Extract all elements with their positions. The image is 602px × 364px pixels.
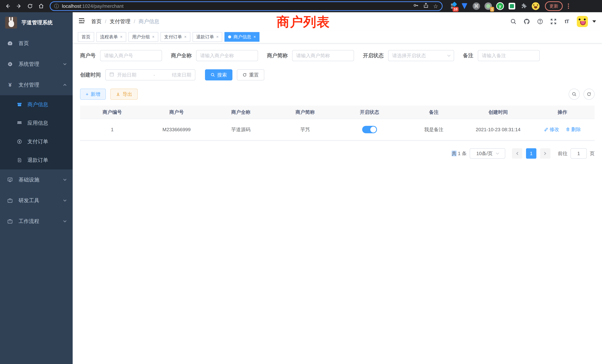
- tab-process-form[interactable]: 流程表单×: [96, 32, 126, 42]
- document-icon: [16, 158, 23, 163]
- chrome-update-button[interactable]: 更新: [545, 1, 563, 11]
- monitor-icon: [7, 177, 13, 182]
- sidebar-item-infrastructure[interactable]: 基础设施: [0, 169, 73, 190]
- create-time-label: 创建时间: [80, 71, 101, 78]
- page-annotation-title: 商户列表: [277, 13, 330, 31]
- sidebar-item-label: 支付管理: [19, 81, 64, 88]
- add-button[interactable]: +新增: [80, 89, 106, 100]
- sidebar-item-label: 系统管理: [19, 61, 64, 68]
- cell-full-name: 芋道源码: [209, 126, 273, 133]
- short-name-input[interactable]: 请输入商户简称: [292, 50, 354, 61]
- extensions-puzzle-icon[interactable]: [520, 2, 528, 10]
- avatar-caret-icon[interactable]: [592, 20, 596, 23]
- url-bar[interactable]: ⓘ localhost:1024/pay/merchant ☆: [50, 1, 443, 11]
- forward-icon[interactable]: [14, 1, 24, 11]
- store-icon: [16, 102, 23, 107]
- col-header: 备注: [402, 109, 466, 116]
- page-number-active[interactable]: 1: [526, 148, 536, 159]
- breadcrumb: 首页 / 支付管理 / 商户信息: [91, 18, 159, 25]
- close-icon[interactable]: ×: [120, 34, 122, 39]
- sidebar-item-dev-tools[interactable]: 研发工具: [0, 190, 73, 211]
- reload-icon[interactable]: [25, 1, 35, 11]
- sidebar-item-pay-order[interactable]: 支付订单: [0, 132, 73, 151]
- sidebar-item-system[interactable]: 系统管理: [0, 54, 73, 75]
- app-logo-row[interactable]: 芋道管理系统: [0, 12, 73, 33]
- sidebar-item-merchant-info[interactable]: 商户信息: [0, 95, 73, 114]
- sidebar-item-label: 研发工具: [19, 197, 64, 204]
- emoji-extension-icon[interactable]: [532, 2, 540, 10]
- help-icon[interactable]: [535, 17, 545, 26]
- breadcrumb-current: 商户信息: [139, 18, 159, 25]
- tab-user-group[interactable]: 用户分组×: [129, 32, 158, 42]
- site-info-icon[interactable]: ⓘ: [54, 3, 59, 10]
- sidebar-item-home[interactable]: 首页: [0, 33, 73, 54]
- edit-button[interactable]: 修改: [544, 126, 559, 133]
- sidebar-item-payment[interactable]: ¥ 支付管理: [0, 75, 73, 95]
- bookmark-star-icon[interactable]: ☆: [433, 3, 438, 10]
- github-icon[interactable]: [522, 17, 532, 26]
- goto-label: 前往: [558, 150, 568, 157]
- collapse-sidebar-icon[interactable]: [79, 17, 85, 26]
- header-search-icon[interactable]: [509, 17, 518, 26]
- sidebar-item-refund-order[interactable]: 退款订单: [0, 151, 73, 169]
- chat-extension-icon[interactable]: [508, 2, 516, 10]
- command-extension-icon[interactable]: ⌘: [472, 2, 480, 10]
- pagination: 共 1 条 10条/页 1 前往 1 页: [80, 148, 595, 159]
- prev-page-button[interactable]: [512, 148, 522, 159]
- y-extension-icon[interactable]: y: [496, 2, 504, 10]
- merchant-no-input[interactable]: 请输入商户号: [100, 50, 162, 61]
- page-size-select[interactable]: 10条/页: [470, 148, 505, 159]
- sidebar-item-label: 工作流程: [19, 218, 64, 225]
- font-size-icon[interactable]: tT: [562, 17, 572, 26]
- url-text: localhost:1024/pay/merchant: [62, 3, 410, 9]
- date-range-input[interactable]: 开始日期 - 结束日期: [105, 69, 195, 80]
- tab-merchant-info[interactable]: 商户信息×: [225, 32, 259, 42]
- meet-extension-icon[interactable]: 1: [484, 2, 492, 10]
- breadcrumb-home[interactable]: 首页: [91, 18, 102, 25]
- close-icon[interactable]: ×: [152, 34, 155, 39]
- tab-refund-order[interactable]: 退款订单×: [193, 32, 222, 42]
- fullscreen-icon[interactable]: [549, 17, 558, 26]
- goto-page-input[interactable]: 1: [570, 148, 587, 159]
- remark-label: 备注: [463, 52, 473, 59]
- remark-input[interactable]: 请输入备注: [478, 50, 540, 61]
- back-icon[interactable]: [3, 1, 13, 11]
- cell-id: 1: [80, 127, 144, 132]
- close-icon[interactable]: ×: [184, 34, 187, 39]
- sidebar-item-workflow[interactable]: 工作流程: [0, 211, 73, 232]
- home-icon[interactable]: [36, 1, 46, 11]
- close-icon[interactable]: ×: [216, 34, 219, 39]
- reset-button[interactable]: 重置: [237, 69, 264, 80]
- breadcrumb-payment[interactable]: 支付管理: [110, 18, 130, 25]
- user-avatar[interactable]: [577, 16, 588, 27]
- password-key-icon[interactable]: [413, 3, 419, 10]
- search-button[interactable]: 搜索: [205, 69, 232, 80]
- gear-icon: [7, 61, 13, 67]
- chevron-down-icon: [447, 54, 451, 57]
- merchant-no-label: 商户号: [80, 52, 96, 59]
- col-header: 商户号: [144, 109, 209, 116]
- full-name-input[interactable]: 请输入商户全称: [196, 50, 258, 61]
- total-count: 共 1 条: [452, 150, 467, 157]
- tab-pay-order[interactable]: 支付订单×: [161, 32, 190, 42]
- share-icon[interactable]: [423, 3, 429, 10]
- sidebar-item-app-info[interactable]: 应用信息: [0, 114, 73, 132]
- app-logo: [5, 17, 17, 29]
- status-toggle[interactable]: [362, 126, 377, 133]
- gem-extension-icon[interactable]: [460, 2, 469, 10]
- browser-menu-icon[interactable]: [568, 3, 569, 9]
- page-content: 商户号 请输入商户号 商户全称 请输入商户全称 商户简称 请输入商户简称 开启状…: [73, 43, 602, 364]
- chevron-down-icon: [63, 199, 66, 202]
- tab-home[interactable]: 首页: [78, 32, 94, 42]
- delete-button[interactable]: 删除: [566, 126, 581, 133]
- show-search-toggle-button[interactable]: [569, 89, 580, 100]
- next-page-button[interactable]: [540, 148, 550, 159]
- collections-extension-icon[interactable]: 10: [449, 2, 457, 10]
- briefcase-icon: [7, 198, 13, 203]
- export-button[interactable]: 导出: [110, 89, 138, 100]
- refresh-button[interactable]: [583, 89, 595, 100]
- close-icon[interactable]: ×: [253, 34, 256, 39]
- cell-remark: 我是备注: [402, 126, 466, 133]
- status-select[interactable]: 请选择开启状态: [388, 50, 454, 61]
- extension-badge: 10: [453, 7, 459, 12]
